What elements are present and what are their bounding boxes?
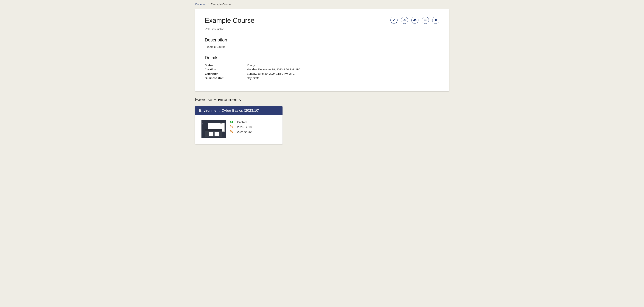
breadcrumb-parent-link[interactable]: Courses xyxy=(195,2,206,6)
alarm-icon xyxy=(230,125,234,129)
action-bar xyxy=(390,16,439,24)
breadcrumb-separator: / xyxy=(208,2,208,6)
alarm-off-icon xyxy=(230,130,234,134)
description-text: Example Course xyxy=(205,45,439,48)
detail-value: City, State xyxy=(247,76,300,80)
detail-value: Sunday, June 30, 2024 11:59 PM UTC xyxy=(247,72,300,76)
environment-card[interactable]: Environment: Cyber Basics (2023.10) DVWA… xyxy=(195,106,282,144)
eye-icon xyxy=(230,120,234,124)
svg-rect-1 xyxy=(404,20,404,20)
detail-label: Creation xyxy=(205,67,247,72)
detail-label: Business Unit xyxy=(205,76,247,80)
detail-row: Status Ready xyxy=(205,63,300,67)
environment-status: Enabled xyxy=(237,120,248,124)
apps-icon xyxy=(424,18,427,22)
description-heading: Description xyxy=(205,37,439,42)
detail-row: Creation Monday, December 18, 2023 8:50 … xyxy=(205,67,300,72)
detail-label: Expiration xyxy=(205,72,247,76)
environment-end-date: 2024-04-30 xyxy=(237,130,252,133)
detail-row: Business Unit City, State xyxy=(205,76,300,80)
detail-label: Status xyxy=(205,63,247,67)
delete-button[interactable] xyxy=(432,16,439,24)
detail-value: Monday, December 18, 2023 8:50 PM UTC xyxy=(247,67,300,72)
environment-card-title: Environment: Cyber Basics (2023.10) xyxy=(195,106,282,115)
details-table: Status Ready Creation Monday, December 1… xyxy=(205,63,300,80)
detail-row: Expiration Sunday, June 30, 2024 11:59 P… xyxy=(205,72,300,76)
breadcrumb-current: Example Course xyxy=(211,2,232,6)
environment-thumbnail: DVWA xyxy=(202,120,226,138)
page-title: Example Course xyxy=(205,16,254,24)
environment-meta: Enabled 2023-12-18 2024-04-30 xyxy=(230,120,252,134)
breadcrumb: Courses / Example Course xyxy=(195,0,449,9)
present-icon xyxy=(403,18,406,22)
role-label: Role: instructor xyxy=(205,28,254,31)
edit-button[interactable] xyxy=(390,16,398,24)
trash-icon xyxy=(434,18,438,22)
pencil-icon xyxy=(392,18,396,22)
members-button[interactable] xyxy=(411,16,418,24)
environment-start-date: 2023-12-18 xyxy=(237,125,252,128)
detail-value: Ready xyxy=(247,63,300,67)
apps-button[interactable] xyxy=(422,16,429,24)
environments-heading: Exercise Environments xyxy=(195,97,449,102)
people-icon xyxy=(413,18,416,22)
course-card: Example Course Role: instructor xyxy=(195,9,449,91)
details-heading: Details xyxy=(205,55,439,60)
svg-rect-0 xyxy=(404,20,404,20)
present-button[interactable] xyxy=(401,16,408,24)
